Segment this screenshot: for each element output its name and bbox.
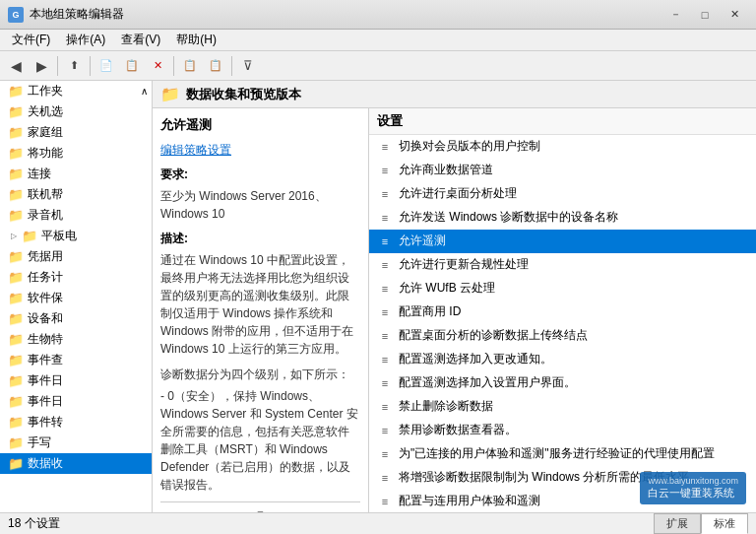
panel-folder-icon: 📁 bbox=[160, 85, 180, 103]
expand-icon[interactable]: ▷ bbox=[8, 231, 20, 242]
tree-item-feature[interactable]: 📁 将功能 bbox=[0, 143, 152, 164]
settings-item-icon-2: ≡ bbox=[377, 163, 393, 178]
tree-item-eventviewer[interactable]: 📁 事件查 bbox=[0, 350, 152, 370]
right-panels: 📁 数据收集和预览版本 允许遥测 编辑策略设置 要求: 至少为 Windows … bbox=[153, 81, 756, 512]
settings-item-8[interactable]: ≡ 配置商用 ID bbox=[369, 300, 756, 324]
settings-item-icon-11: ≡ bbox=[377, 375, 393, 391]
toolbar-btn-7[interactable]: 📋 bbox=[204, 54, 227, 78]
folder-icon: 📁 bbox=[8, 311, 24, 326]
status-bar: 18 个设置 扩展 标准 bbox=[0, 512, 756, 534]
up-button[interactable]: ⬆ bbox=[62, 54, 86, 78]
expand-arrow: ∧ bbox=[141, 86, 148, 97]
tree-item-homegroup[interactable]: 📁 家庭组 bbox=[0, 122, 152, 143]
settings-item-13[interactable]: ≡ 禁用诊断数据查看器。 bbox=[369, 419, 756, 442]
folder-icon: 📁 bbox=[8, 332, 24, 347]
settings-item-1[interactable]: ≡ 切换对会员版本的用户控制 bbox=[369, 135, 756, 159]
watermark-text: 白云一键重装系统 bbox=[648, 486, 738, 501]
minimize-button[interactable]: － bbox=[662, 5, 689, 25]
tree-item-handwriting[interactable]: 📁 手写 bbox=[0, 433, 152, 453]
status-count: 18 个设置 bbox=[8, 515, 60, 532]
tree-item-eventlog1[interactable]: 📁 事件日 bbox=[0, 370, 152, 391]
settings-item-icon-14: ≡ bbox=[377, 446, 393, 462]
title-bar: G 本地组策略编辑器 － □ ✕ bbox=[0, 0, 756, 30]
menu-view[interactable]: 查看(V) bbox=[113, 30, 168, 50]
menu-help[interactable]: 帮助(H) bbox=[168, 30, 224, 50]
settings-item-6[interactable]: ≡ 允许进行更新合规性处理 bbox=[369, 253, 756, 277]
tree-item-workfolder[interactable]: 📁 工作夹 ∧ bbox=[0, 81, 152, 101]
maximize-button[interactable]: □ bbox=[691, 5, 719, 25]
tree-item-software[interactable]: 📁 软件保 bbox=[0, 288, 152, 308]
settings-item-icon-15: ≡ bbox=[377, 470, 393, 486]
main-container: 📁 工作夹 ∧ 📁 关机选 📁 家庭组 📁 将功能 📁 连接 📁 联机帮 📁 录… bbox=[0, 81, 756, 512]
tree-item-credential[interactable]: 📁 凭据用 bbox=[0, 246, 152, 267]
tree-item-biometric[interactable]: 📁 生物特 bbox=[0, 329, 152, 350]
toolbar-btn-6[interactable]: 📋 bbox=[178, 54, 202, 78]
folder-icon: 📁 bbox=[8, 187, 24, 202]
folder-icon: 📁 bbox=[8, 125, 24, 140]
settings-item-14[interactable]: ≡ 为"已连接的用户体验和遥测"服务进行经验证的代理使用配置 bbox=[369, 442, 756, 466]
watermark: www.baiyunxitong.com 白云一键重装系统 bbox=[640, 472, 746, 504]
forward-button[interactable]: ▶ bbox=[30, 54, 53, 78]
back-button[interactable]: ◀ bbox=[4, 54, 28, 78]
edit-policy-link[interactable]: 编辑策略设置 bbox=[160, 143, 231, 157]
toolbar-btn-5[interactable]: ✕ bbox=[146, 54, 169, 78]
folder-icon: 📁 bbox=[8, 373, 24, 388]
tree-item-tablet[interactable]: ▷ 📁 平板电 bbox=[0, 226, 152, 246]
description-text: 通过在 Windows 10 中配置此设置，最终用户将无法选择用比您为组织设置的… bbox=[160, 251, 360, 358]
panel-header-title: 数据收集和预览版本 bbox=[186, 86, 301, 103]
separator-2 bbox=[90, 56, 91, 76]
diag-text: - 0（安全），保持 Windows、Windows Server 和 Syst… bbox=[160, 387, 360, 494]
desc-panel: 允许遥测 编辑策略设置 要求: 至少为 Windows Server 2016、… bbox=[153, 108, 369, 512]
tree-item-shutdown[interactable]: 📁 关机选 bbox=[0, 101, 152, 122]
settings-item-9[interactable]: ≡ 配置桌面分析的诊断数据上传终结点 bbox=[369, 324, 756, 348]
separator-3 bbox=[173, 56, 174, 76]
folder-icon: 📁 bbox=[22, 229, 37, 243]
desc-title: 允许遥测 bbox=[160, 116, 360, 134]
settings-item-icon-8: ≡ bbox=[377, 304, 393, 320]
settings-item-icon-4: ≡ bbox=[377, 210, 393, 226]
tree-item-eventtransfer[interactable]: 📁 事件转 bbox=[0, 412, 152, 433]
folder-icon: 📁 bbox=[8, 415, 24, 430]
folder-icon: 📁 bbox=[8, 435, 24, 450]
tree-item-eventlog2[interactable]: 📁 事件日 bbox=[0, 391, 152, 412]
folder-icon: 📁 bbox=[8, 270, 24, 285]
tree-item-connect[interactable]: 📁 连接 bbox=[0, 164, 152, 184]
settings-item-12[interactable]: ≡ 禁止删除诊断数据 bbox=[369, 395, 756, 419]
tree-item-taskscheduler[interactable]: 📁 任务计 bbox=[0, 267, 152, 288]
settings-item-2[interactable]: ≡ 允许商业数据管道 bbox=[369, 159, 756, 182]
menu-file[interactable]: 文件(F) bbox=[4, 30, 58, 50]
tree-item-datacollect[interactable]: 📁 数据收 bbox=[0, 453, 152, 474]
settings-item-4[interactable]: ≡ 允许发送 Windows 诊断数据中的设备名称 bbox=[369, 206, 756, 230]
folder-icon: 📁 bbox=[8, 84, 24, 99]
diag-title: 诊断数据分为四个级别，如下所示： bbox=[160, 366, 360, 383]
tab-expand[interactable]: 扩展 bbox=[654, 513, 701, 534]
settings-item-7[interactable]: ≡ 允许 WUfB 云处理 bbox=[369, 277, 756, 300]
status-tabs: 扩展 标准 bbox=[654, 513, 748, 534]
settings-container: 设置 ≡ 切换对会员版本的用户控制 ≡ 允许商业数据管道 ≡ 允许进行桌面分析处… bbox=[369, 108, 756, 512]
tree-item-recorder[interactable]: 📁 录音机 bbox=[0, 205, 152, 226]
scroll-down-arrow[interactable]: ▼ bbox=[256, 508, 266, 512]
folder-icon: 📁 bbox=[8, 249, 24, 264]
menu-action[interactable]: 操作(A) bbox=[58, 30, 113, 50]
settings-item-11[interactable]: ≡ 配置遥测选择加入设置用户界面。 bbox=[369, 371, 756, 395]
toolbar-btn-4[interactable]: 📋 bbox=[120, 54, 144, 78]
settings-item-icon-1: ≡ bbox=[377, 139, 393, 155]
toolbar-btn-3[interactable]: 📄 bbox=[94, 54, 118, 78]
settings-item-10[interactable]: ≡ 配置遥测选择加入更改通知。 bbox=[369, 348, 756, 371]
folder-icon: 📁 bbox=[8, 104, 24, 119]
settings-item-5-telemetry[interactable]: ≡ 允许遥测 bbox=[369, 230, 756, 253]
close-button[interactable]: ✕ bbox=[721, 5, 748, 25]
tab-standard[interactable]: 标准 bbox=[701, 513, 748, 534]
requirement-text: 至少为 Windows Server 2016、Windows 10 bbox=[160, 187, 360, 223]
app-icon: G bbox=[8, 7, 24, 23]
window-title: 本地组策略编辑器 bbox=[30, 6, 662, 23]
settings-item-3[interactable]: ≡ 允许进行桌面分析处理 bbox=[369, 182, 756, 206]
folder-icon: 📁 bbox=[8, 353, 24, 367]
tree-item-device[interactable]: 📁 设备和 bbox=[0, 308, 152, 329]
requirement-title: 要求: bbox=[160, 167, 360, 183]
panel-header: 📁 数据收集和预览版本 bbox=[153, 81, 756, 108]
settings-item-icon-5: ≡ bbox=[377, 234, 393, 249]
folder-icon: 📁 bbox=[8, 456, 24, 471]
tree-item-online[interactable]: 📁 联机帮 bbox=[0, 184, 152, 205]
filter-button[interactable]: ⊽ bbox=[236, 54, 260, 78]
